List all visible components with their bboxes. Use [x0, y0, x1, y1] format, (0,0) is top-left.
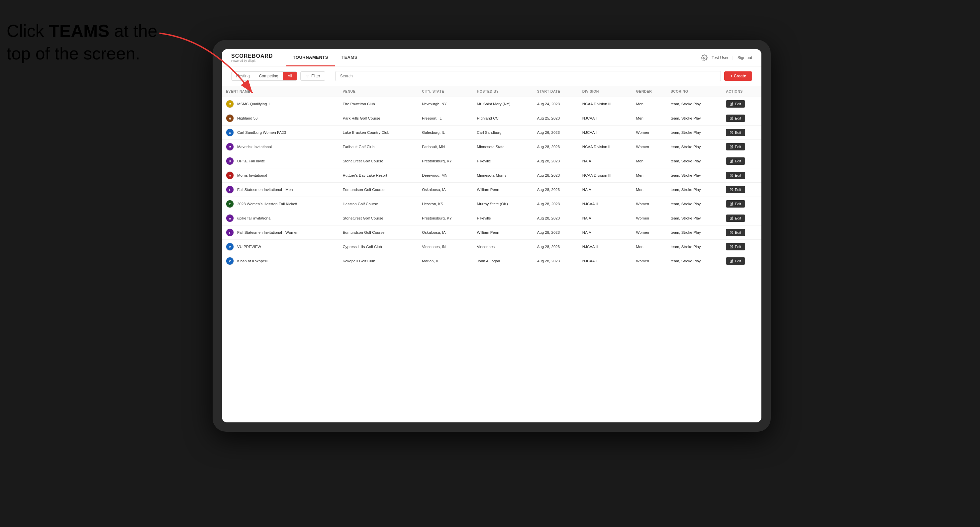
cell-host: John A Logan [473, 254, 533, 268]
team-logo: H [226, 114, 234, 122]
edit-icon [730, 117, 733, 120]
edit-button[interactable]: Edit [726, 243, 745, 251]
sign-out-link[interactable]: Sign out [738, 56, 752, 60]
table-row: M Morris Invitational Ruttger's Bay Lake… [222, 168, 761, 183]
team-logo: C [226, 129, 234, 137]
cell-scoring: team, Stroke Play [667, 225, 722, 240]
cell-gender: Women [632, 211, 667, 225]
cell-date: Aug 28, 2023 [533, 240, 578, 254]
cell-actions: Edit [722, 125, 761, 140]
edit-button[interactable]: Edit [726, 200, 745, 208]
cell-gender: Women [632, 254, 667, 268]
toolbar: Hosting Competing All Filter + Cre [222, 67, 761, 86]
cell-gender: Men [632, 111, 667, 125]
tournaments-table: EVENT NAME VENUE CITY, STATE HOSTED BY S… [222, 86, 761, 268]
cell-date: Aug 28, 2023 [533, 254, 578, 268]
cell-host: Minnesota State [473, 140, 533, 154]
edit-button[interactable]: Edit [726, 229, 745, 236]
settings-icon[interactable] [701, 54, 708, 61]
team-logo: U [226, 157, 234, 165]
cell-city: Prestonsburg, KY [418, 154, 473, 168]
cell-gender: Women [632, 197, 667, 211]
cell-venue: StoneCrest Golf Course [339, 154, 418, 168]
cell-division: NAIA [578, 183, 632, 197]
edit-button[interactable]: Edit [726, 100, 745, 108]
cell-city: Oskaloosa, IA [418, 183, 473, 197]
cell-division: NAIA [578, 211, 632, 225]
cell-scoring: team, Stroke Play [667, 183, 722, 197]
cell-host: Minnesota-Morris [473, 168, 533, 183]
edit-icon [730, 145, 733, 148]
cell-event-name: M Maverick Invitational [222, 140, 339, 154]
cell-host: Highland CC [473, 111, 533, 125]
edit-button[interactable]: Edit [726, 157, 745, 165]
col-scoring: SCORING [667, 86, 722, 97]
table-row: M Maverick Invitational Faribault Golf C… [222, 140, 761, 154]
edit-icon [730, 216, 733, 220]
cell-division: NJCAA II [578, 240, 632, 254]
cell-actions: Edit [722, 97, 761, 111]
cell-host: Pikeville [473, 211, 533, 225]
cell-gender: Men [632, 183, 667, 197]
cell-actions: Edit [722, 168, 761, 183]
cell-actions: Edit [722, 154, 761, 168]
table-row: C Carl Sandburg Women FA23 Lake Bracken … [222, 125, 761, 140]
cell-event-name: M Morris Invitational [222, 168, 339, 183]
svg-text:C: C [229, 131, 231, 135]
edit-icon [730, 202, 733, 206]
svg-text:M: M [229, 174, 231, 177]
table-container[interactable]: EVENT NAME VENUE CITY, STATE HOSTED BY S… [222, 86, 761, 422]
table-row: K Klash at Kokopelli Kokopelli Golf Club… [222, 254, 761, 268]
svg-text:K: K [229, 260, 231, 263]
edit-button[interactable]: Edit [726, 257, 745, 265]
cell-date: Aug 28, 2023 [533, 197, 578, 211]
svg-text:U: U [229, 160, 231, 163]
svg-point-1 [703, 57, 705, 59]
cell-venue: Edmundson Golf Course [339, 183, 418, 197]
cell-scoring: team, Stroke Play [667, 240, 722, 254]
table-row: H Highland 36 Park Hills Golf Course Fre… [222, 111, 761, 125]
cell-city: Galesburg, IL [418, 125, 473, 140]
cell-host: William Penn [473, 183, 533, 197]
cell-division: NJCAA I [578, 125, 632, 140]
user-name: Test User [711, 56, 729, 60]
edit-button[interactable]: Edit [726, 186, 745, 193]
cell-date: Aug 28, 2023 [533, 211, 578, 225]
col-division: DIVISION [578, 86, 632, 97]
table-row: M MSMC Qualifying 1 The Powelton Club Ne… [222, 97, 761, 111]
cell-scoring: team, Stroke Play [667, 254, 722, 268]
cell-city: Faribault, MN [418, 140, 473, 154]
edit-button[interactable]: Edit [726, 172, 745, 179]
cell-gender: Men [632, 154, 667, 168]
advanced-filter-btn[interactable]: Filter [300, 71, 325, 81]
cell-actions: Edit [722, 111, 761, 125]
cell-event-name: U UPKE Fall Invite [222, 154, 339, 168]
svg-text:F: F [229, 231, 231, 235]
cell-scoring: team, Stroke Play [667, 125, 722, 140]
svg-text:M: M [229, 146, 231, 149]
cell-event-name: K Klash at Kokopelli [222, 254, 339, 268]
svg-text:2: 2 [229, 203, 231, 206]
tab-teams[interactable]: TEAMS [335, 49, 364, 67]
edit-button[interactable]: Edit [726, 114, 745, 122]
cell-gender: Men [632, 97, 667, 111]
cell-actions: Edit [722, 225, 761, 240]
cell-date: Aug 28, 2023 [533, 140, 578, 154]
cell-date: Aug 28, 2023 [533, 168, 578, 183]
create-btn[interactable]: + Create [724, 71, 752, 81]
cell-scoring: team, Stroke Play [667, 197, 722, 211]
edit-button[interactable]: Edit [726, 214, 745, 222]
tab-tournaments[interactable]: TOURNAMENTS [286, 49, 335, 67]
edit-button[interactable]: Edit [726, 143, 745, 151]
search-input[interactable] [335, 71, 721, 81]
edit-button[interactable]: Edit [726, 129, 745, 136]
cell-venue: The Powelton Club [339, 97, 418, 111]
cell-host: Pikeville [473, 154, 533, 168]
filter-all-btn[interactable]: All [283, 72, 297, 80]
nav-tabs: TOURNAMENTS TEAMS [286, 49, 701, 67]
cell-city: Deerwood, MN [418, 168, 473, 183]
cell-venue: Cypress Hills Golf Club [339, 240, 418, 254]
table-header-row: EVENT NAME VENUE CITY, STATE HOSTED BY S… [222, 86, 761, 97]
cell-host: Mt. Saint Mary (NY) [473, 97, 533, 111]
cell-division: NCAA Division III [578, 97, 632, 111]
